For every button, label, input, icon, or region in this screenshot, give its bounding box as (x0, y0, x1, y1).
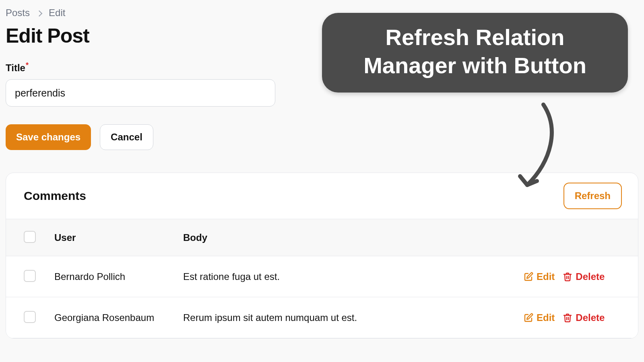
comments-table-header: User Body (6, 219, 638, 256)
save-button[interactable]: Save changes (6, 124, 91, 150)
cell-body: Est ratione fuga ut est. (183, 271, 524, 282)
edit-label: Edit (537, 271, 555, 282)
delete-row-button[interactable]: Delete (563, 271, 605, 282)
trash-icon (563, 313, 572, 323)
pencil-icon (524, 272, 533, 282)
row-checkbox[interactable] (24, 270, 36, 282)
column-header-user[interactable]: User (54, 232, 183, 243)
cell-user: Georgiana Rosenbaum (54, 312, 183, 323)
comments-panel-header: Comments Refresh (6, 173, 638, 219)
row-checkbox[interactable] (24, 311, 36, 323)
comments-panel: Comments Refresh User Body Bernardo Poll… (6, 173, 638, 339)
cell-body: Rerum ipsum sit autem numquam ut est. (183, 312, 524, 323)
required-asterisk: * (26, 61, 29, 69)
delete-row-button[interactable]: Delete (563, 312, 605, 323)
delete-label: Delete (576, 271, 605, 282)
cancel-button[interactable]: Cancel (100, 124, 153, 150)
chevron-right-icon (36, 10, 43, 16)
breadcrumb-root[interactable]: Posts (6, 7, 30, 19)
title-label-text: Title (6, 62, 25, 73)
form-actions: Save changes Cancel (6, 124, 638, 150)
annotation-line2: Manager with Button (338, 51, 612, 80)
edit-row-button[interactable]: Edit (524, 271, 555, 282)
title-input[interactable] (6, 79, 275, 107)
refresh-button[interactable]: Refresh (564, 183, 622, 209)
table-row: Georgiana Rosenbaum Rerum ipsum sit aute… (6, 297, 638, 338)
cell-user: Bernardo Pollich (54, 271, 183, 282)
select-all-checkbox[interactable] (24, 231, 36, 243)
annotation-callout: Refresh Relation Manager with Button (322, 13, 628, 93)
delete-label: Delete (576, 312, 605, 323)
annotation-line1: Refresh Relation (338, 23, 612, 51)
title-label: Title* (6, 61, 29, 74)
edit-row-button[interactable]: Edit (524, 312, 555, 323)
column-header-body[interactable]: Body (183, 232, 524, 243)
edit-label: Edit (537, 312, 555, 323)
breadcrumb-current: Edit (49, 7, 65, 19)
pencil-icon (524, 313, 533, 323)
comments-panel-title: Comments (24, 189, 86, 203)
trash-icon (563, 272, 572, 282)
table-row: Bernardo Pollich Est ratione fuga ut est… (6, 256, 638, 297)
